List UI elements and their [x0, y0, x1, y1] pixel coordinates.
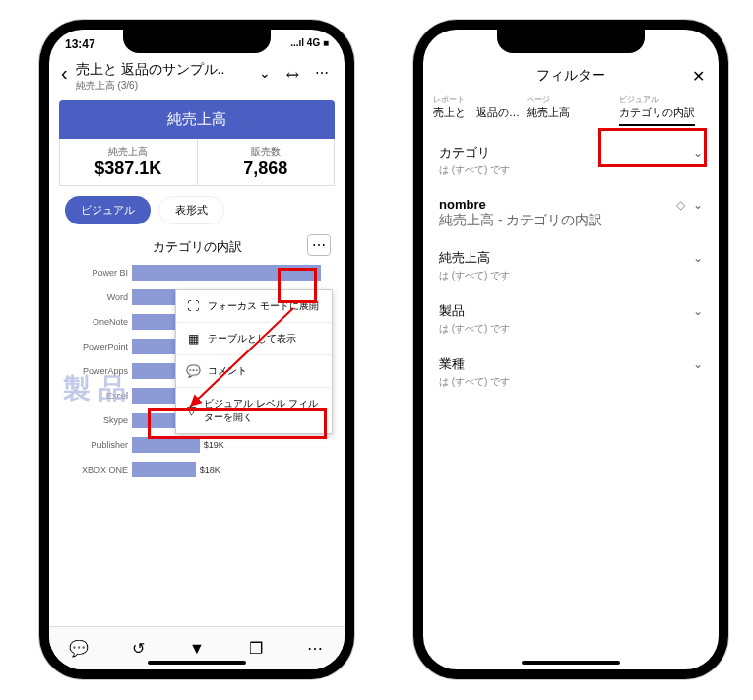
filter-category[interactable]: カテゴリ⌄ は (すべて) です — [423, 134, 719, 187]
kpi-banner: 純売上高 — [59, 100, 335, 139]
toolbar-pages-button[interactable]: ❐ — [236, 639, 276, 658]
close-button[interactable]: ✕ — [692, 67, 705, 86]
focus-icon: ⛶ — [186, 299, 200, 313]
header-title-group[interactable]: 売上と 返品のサンプル.. 純売上高 (3/6) — [76, 61, 247, 93]
back-button[interactable]: ‹ — [61, 61, 68, 83]
kpi-units-value: 7,868 — [204, 159, 329, 179]
bar — [132, 462, 196, 477]
chevron-down-icon: ⌄ — [693, 357, 703, 371]
chart-more-button[interactable]: ⋯ — [307, 234, 331, 256]
kpi-net-sales-label: 純売上高 — [66, 145, 191, 159]
bar-label: XBOX ONE — [63, 465, 132, 475]
bar-chart[interactable]: 製 品 Power BIWordOneNotePowerPointPowerAp… — [49, 262, 345, 480]
header-subtitle: 純売上高 (3/6) — [76, 79, 247, 93]
kpi-row: 純売上高 $387.1K 販売数 7,868 — [59, 139, 335, 186]
kpi-units-label: 販売数 — [204, 145, 329, 159]
status-signal: ...ıl 4G ■ — [290, 37, 329, 53]
bar-label: Word — [63, 292, 132, 302]
chart-title: カテゴリの内訳 — [153, 239, 242, 254]
bar-label: Excel — [63, 391, 132, 401]
more-header-button[interactable]: ⋯ — [311, 61, 333, 85]
phone-left: 13:47 ...ıl 4G ■ ‹ 売上と 返品のサンプル.. 純売上高 (3… — [39, 20, 354, 679]
filter-icon: ▽ — [186, 404, 196, 417]
tab-visual-scope[interactable]: ビジュアル カテゴリの内訳 — [619, 95, 709, 128]
phone-right: フィルター ✕ レポート 売上と 返品のサンプル.. ページ 純売上高 ビジュア… — [413, 20, 728, 679]
bar-value: $19K — [200, 440, 224, 450]
context-menu: ⛶フォーカス モードに展開 ▦テーブルとして表示 💬コメント ▽ビジュアル レベ… — [175, 289, 333, 434]
toolbar-more-button[interactable]: ⋯ — [295, 639, 335, 658]
chevron-down-icon: ⌄ — [693, 198, 703, 212]
tab-tabular[interactable]: 表形式 — [158, 196, 224, 224]
toolbar-comment-button[interactable]: 💬 — [59, 639, 98, 658]
kpi-net-sales[interactable]: 純売上高 $387.1K — [60, 139, 197, 185]
bar-row[interactable]: Publisher$19K — [63, 434, 331, 456]
home-indicator — [148, 661, 246, 665]
filter-scope-tabs: レポート 売上と 返品のサンプル.. ページ 純売上高 ビジュアル カテゴリの内… — [423, 95, 719, 134]
tab-visual[interactable]: ビジュアル — [65, 196, 151, 224]
page-header: ‹ 売上と 返品のサンプル.. 純売上高 (3/6) ⌄ ⤢ ⋯ — [49, 53, 345, 100]
screen-right: フィルター ✕ レポート 売上と 返品のサンプル.. ページ 純売上高 ビジュア… — [423, 30, 719, 669]
toolbar-reset-button[interactable]: ↺ — [118, 639, 157, 658]
tab-page[interactable]: ページ 純売上高 — [527, 95, 616, 128]
chevron-down-icon: ⌄ — [693, 251, 703, 265]
screen-left: 13:47 ...ıl 4G ■ ‹ 売上と 返品のサンプル.. 純売上高 (3… — [49, 30, 345, 669]
header-title: 売上と 返品のサンプル.. — [76, 61, 247, 79]
bar-label: Skype — [63, 415, 132, 425]
filters-header: フィルター ✕ — [423, 53, 719, 95]
bar-label: Publisher — [63, 440, 132, 450]
filters-title: フィルター — [536, 67, 605, 85]
home-indicator — [522, 661, 620, 665]
bar-row[interactable]: Power BI — [63, 262, 331, 284]
comment-icon: 💬 — [186, 364, 200, 378]
kpi-units[interactable]: 販売数 7,868 — [197, 139, 335, 185]
bar-row[interactable]: XBOX ONE$18K — [63, 459, 331, 480]
bar-value: $18K — [196, 465, 220, 475]
notch — [123, 30, 271, 53]
dropdown-icon[interactable]: ⌄ — [255, 61, 275, 85]
bar-label: PowerApps — [63, 366, 132, 376]
menu-focus-mode[interactable]: ⛶フォーカス モードに展開 — [176, 290, 332, 322]
menu-open-visual-filters[interactable]: ▽ビジュアル レベル フィルターを開く — [176, 387, 332, 433]
filter-nombre[interactable]: nombre◇⌄ 純売上高 - カテゴリの内訳 — [423, 187, 719, 239]
table-icon: ▦ — [186, 332, 200, 346]
filter-net-sales[interactable]: 純売上高⌄ は (すべて) です — [423, 239, 719, 292]
kpi-net-sales-value: $387.1K — [66, 159, 191, 179]
bar-label: Power BI — [63, 268, 132, 278]
bar-label: PowerPoint — [63, 342, 132, 351]
expand-button[interactable]: ⤢ — [282, 61, 303, 88]
menu-comment[interactable]: 💬コメント — [176, 354, 332, 387]
toolbar-filter-button[interactable]: ▼ — [177, 640, 217, 658]
chevron-down-icon: ⌄ — [693, 146, 703, 159]
eraser-icon[interactable]: ◇ — [676, 198, 685, 212]
bar — [132, 437, 200, 453]
tab-report[interactable]: レポート 売上と 返品のサンプル.. — [433, 95, 523, 128]
filter-industry[interactable]: 業種⌄ は (すべて) です — [423, 346, 719, 399]
chevron-down-icon: ⌄ — [693, 304, 703, 318]
segmented-control: ビジュアル 表形式 — [49, 196, 345, 228]
filter-product[interactable]: 製品⌄ は (すべて) です — [423, 292, 719, 346]
notch — [497, 30, 645, 53]
bar — [132, 265, 321, 281]
chart-title-bar: カテゴリの内訳 ⋯ — [49, 228, 345, 262]
status-time: 13:47 — [65, 37, 95, 53]
bar-label: OneNote — [63, 317, 132, 327]
menu-show-as-table[interactable]: ▦テーブルとして表示 — [176, 322, 332, 354]
